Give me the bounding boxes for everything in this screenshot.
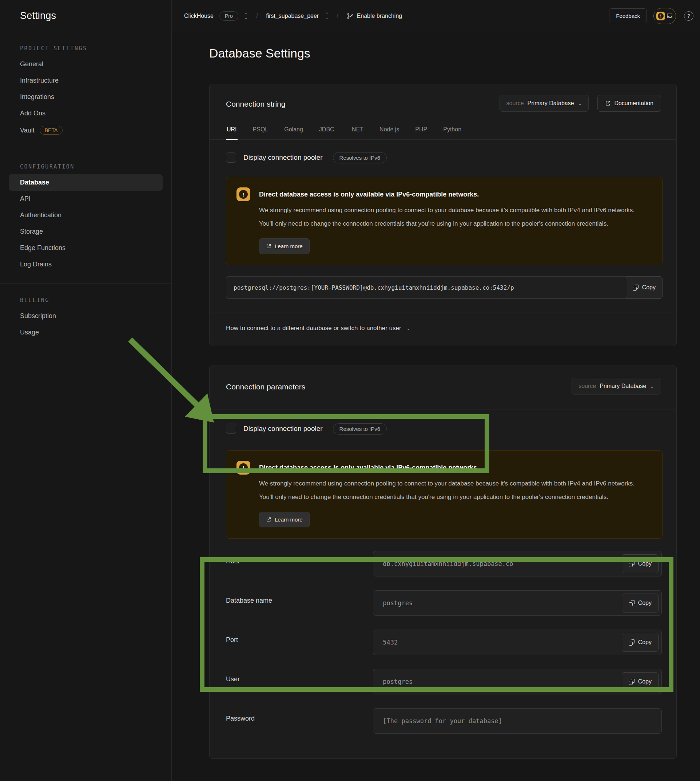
feedback-button[interactable]: Feedback <box>609 8 647 23</box>
connection-parameters-body: Display connection pooler Resolves to IP… <box>210 409 677 758</box>
tab-psql[interactable]: PSQL <box>252 121 269 139</box>
sidebar-item-integrations[interactable]: Integrations <box>9 89 163 105</box>
password-row: Password <box>226 708 662 734</box>
help-icon[interactable]: ? <box>684 11 693 21</box>
copy-port-button[interactable]: Copy <box>622 633 658 652</box>
sidebar-item-usage[interactable]: Usage <box>9 324 163 340</box>
notice-body: We strongly recommend using connection p… <box>259 477 641 504</box>
sidebar-item-log-drains[interactable]: Log Drains <box>9 256 163 273</box>
external-link-icon <box>266 517 272 522</box>
connection-uri-input[interactable] <box>226 276 663 299</box>
tab-jdbc[interactable]: JDBC <box>318 121 335 139</box>
breadcrumb-separator: / <box>334 12 341 20</box>
sidebar-item-label: Edge Functions <box>20 244 65 252</box>
copy-uri-button[interactable]: Copy <box>626 276 663 299</box>
source-label: source <box>507 100 524 107</box>
source-value: Primary Database <box>600 383 646 389</box>
breadcrumb-org[interactable]: ClickHouse <box>184 13 213 19</box>
sidebar-item-api[interactable]: API <box>9 191 163 207</box>
sidebar-item-edge-functions[interactable]: Edge Functions <box>9 240 163 256</box>
copy-database-name-button[interactable]: Copy <box>622 594 658 612</box>
how-to-connect-toggle[interactable]: How to connect to a different database o… <box>226 313 662 346</box>
notice-body: We strongly recommend using connection p… <box>259 204 641 230</box>
connection-string-body: Display connection pooler Resolves to IP… <box>210 140 677 346</box>
sidebar-item-general[interactable]: General <box>9 56 163 72</box>
chevron-down-icon: ⌄ <box>578 102 582 105</box>
card-title: Connection string <box>226 95 285 110</box>
sidebar-item-label: Integrations <box>20 93 54 101</box>
connection-string-tabs: URI PSQL Golang JDBC .NET Node.js PHP Py… <box>210 121 677 140</box>
sidebar-item-add-ons[interactable]: Add Ons <box>9 105 163 122</box>
display-connection-pooler-checkbox[interactable] <box>226 152 236 163</box>
sidebar-item-label: Authentication <box>20 212 62 219</box>
connection-parameters-header: Connection parameters source Primary Dat… <box>210 365 677 409</box>
parameter-fields: Host Copy Database name Copy <box>226 551 662 734</box>
learn-more-button[interactable]: Learn more <box>259 239 310 254</box>
tab-python[interactable]: Python <box>442 121 462 139</box>
ipv6-warning-panel: ! Direct database access is only availab… <box>226 177 663 265</box>
org-switcher-icon[interactable]: ⌃⌄ <box>244 13 248 19</box>
breadcrumb: ClickHouse Pro ⌃⌄ / first_supabase_peer … <box>172 11 609 21</box>
copy-icon <box>629 679 635 685</box>
tab-nodejs[interactable]: Node.js <box>379 121 400 139</box>
enable-branching-label: Enable branching <box>357 13 402 19</box>
sidebar-item-subscription[interactable]: Subscription <box>9 308 163 324</box>
copy-label: Copy <box>638 561 652 567</box>
learn-more-label: Learn more <box>275 516 303 522</box>
warning-icon: ! <box>237 461 250 475</box>
sidebar-item-label: General <box>20 60 43 68</box>
git-branch-icon <box>347 13 353 19</box>
source-select[interactable]: source Primary Database ⌄ <box>500 95 589 112</box>
user-input[interactable] <box>373 669 662 694</box>
tab-php[interactable]: PHP <box>414 121 428 139</box>
port-input[interactable] <box>373 629 662 655</box>
exclamation-icon: ! <box>239 463 248 472</box>
sidebar-item-label: Add Ons <box>20 110 45 117</box>
top-bar: Settings ClickHouse Pro ⌃⌄ / first_supab… <box>0 0 700 32</box>
source-select[interactable]: source Primary Database ⌄ <box>572 378 661 394</box>
sidebar-item-label: Log Drains <box>20 260 52 268</box>
documentation-label: Documentation <box>614 100 653 107</box>
sidebar-item-vault[interactable]: VaultBETA <box>9 122 163 139</box>
host-input[interactable] <box>373 551 662 576</box>
external-link-icon <box>605 100 611 106</box>
sidebar-item-authentication[interactable]: Authentication <box>9 207 163 224</box>
enable-branching-button[interactable]: Enable branching <box>347 13 402 19</box>
port-field: Copy <box>373 629 662 655</box>
sidebar-item-database[interactable]: Database <box>9 174 163 191</box>
breadcrumb-project[interactable]: first_supabase_peer <box>266 13 319 19</box>
sidebar-item-label: API <box>20 195 30 203</box>
chevron-down-icon: ⌄ <box>244 16 248 19</box>
chevron-down-icon: ⌄ <box>650 385 654 387</box>
copy-host-button[interactable]: Copy <box>622 554 658 573</box>
sidebar-item-label: Vault <box>20 127 35 134</box>
project-switcher-icon[interactable]: ⌃⌄ <box>325 13 328 19</box>
copy-icon <box>629 639 635 646</box>
notice-title: Direct database access is only available… <box>259 187 479 201</box>
notice-head: ! Direct database access is only availab… <box>237 461 651 475</box>
notifications-button[interactable]: ! <box>653 8 676 24</box>
sidebar-section-configuration: CONFIGURATION Database API Authenticatio… <box>0 150 172 284</box>
documentation-button[interactable]: Documentation <box>597 95 661 112</box>
field-label: Host <box>226 551 373 565</box>
sidebar-item-storage[interactable]: Storage <box>9 224 163 240</box>
sidebar-item-infrastructure[interactable]: Infrastructure <box>9 72 163 89</box>
database-name-input[interactable] <box>373 590 662 616</box>
exclamation-icon: ! <box>658 13 663 19</box>
notice-head: ! Direct database access is only availab… <box>237 187 651 201</box>
tab-golang[interactable]: Golang <box>283 121 304 139</box>
tab-uri[interactable]: URI <box>226 121 238 139</box>
user-field: Copy <box>373 669 662 694</box>
copy-label: Copy <box>638 600 652 606</box>
inbox-icon <box>666 12 673 19</box>
breadcrumb-separator: / <box>254 12 260 20</box>
copy-user-button[interactable]: Copy <box>622 672 658 691</box>
learn-more-button[interactable]: Learn more <box>259 512 310 527</box>
app-title: Settings <box>20 10 56 22</box>
password-input[interactable] <box>373 708 662 734</box>
how-to-connect-label: How to connect to a different database o… <box>226 325 401 332</box>
tab-dotnet[interactable]: .NET <box>350 121 364 139</box>
display-connection-pooler-checkbox[interactable] <box>226 424 236 434</box>
pooler-row: Display connection pooler Resolves to IP… <box>226 423 662 434</box>
host-row: Host Copy <box>226 551 662 576</box>
